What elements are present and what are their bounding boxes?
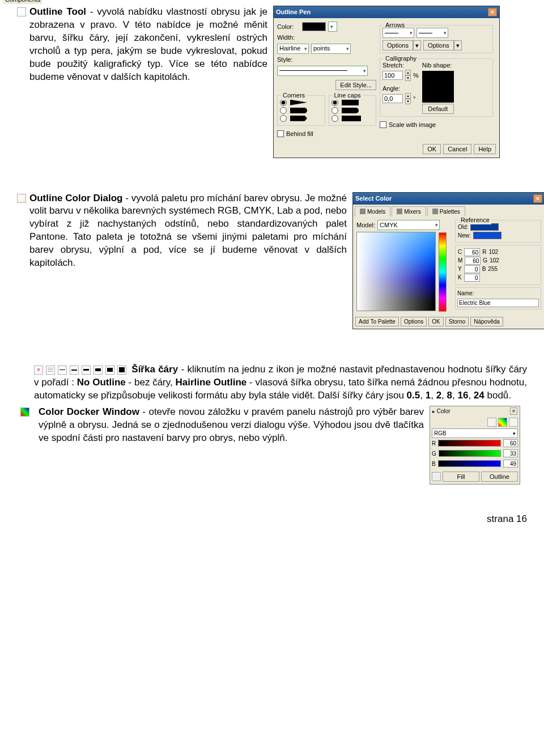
new-label: New: [458,232,471,240]
outline-color-text: Outline Color Dialog - vyvolá paletu pro… [29,192,352,270]
angle-input[interactable]: 0,0 [382,94,403,103]
docker-titlebar[interactable]: ▸ Color × [430,406,520,417]
color-label: Color: [277,23,300,31]
model-dropdown[interactable]: CMYK [377,220,440,230]
m-input[interactable]: 60 [465,257,481,265]
tab-palettes[interactable]: Palettes [427,206,465,217]
tab-mixers[interactable]: Mixers [392,206,426,217]
lock-icon[interactable] [432,472,441,481]
fill-button[interactable]: Fill [443,472,479,482]
k-input[interactable]: 0 [464,274,480,282]
r-slider[interactable] [438,440,501,447]
w1-icon[interactable] [70,366,79,375]
b-value[interactable]: 49 [503,460,518,468]
stretch-input[interactable]: 100 [382,71,403,80]
close-icon[interactable]: × [488,8,497,16]
wheel-view-icon[interactable] [498,418,507,427]
color-dropdown-icon[interactable] [328,22,337,32]
arrow-options-1-button[interactable]: Options [382,40,413,50]
reference-group: Reference Old: New: [455,220,541,243]
w2-icon[interactable] [82,366,91,375]
sliders-view-icon[interactable] [487,418,496,427]
close-icon[interactable]: × [533,194,542,203]
color-docker-text: Color Docker Window - otevře novou zálož… [39,406,424,445]
chevron-down-icon[interactable]: ▾ [413,40,421,50]
help-button[interactable]: Nápověda [470,317,503,326]
cap-radio-1[interactable] [332,99,338,106]
help-button[interactable]: Help [474,144,496,154]
arrow-end-dropdown[interactable] [416,28,448,38]
w05-icon[interactable] [58,366,67,375]
corner-radio-3[interactable] [280,115,287,122]
b-slider[interactable] [438,460,501,467]
corner-radio-1[interactable] [280,99,287,106]
select-color-titlebar[interactable]: Select Color × [353,193,544,205]
old-swatch [470,223,499,231]
width-icons-row: × [34,366,126,375]
corner-radio-2[interactable] [280,107,287,114]
outline-pen-titlebar[interactable]: Outline Pen × [274,6,499,18]
mixers-icon [397,209,402,214]
spin-down-icon[interactable]: ▼ [405,75,411,81]
arrow-options-2-button[interactable]: Options [423,40,454,50]
g-value[interactable]: 33 [503,449,518,457]
outline-button[interactable]: Outline [481,472,518,482]
default-button[interactable]: Default [422,104,454,114]
y-input[interactable]: 0 [464,265,480,273]
spin-up-icon[interactable]: ▲ [405,70,411,75]
width-section: × Šířka čáry - kliknutím na jednu z ikon… [34,363,527,402]
palette-view-icon[interactable] [509,418,518,427]
spin-up-icon[interactable]: ▲ [405,93,411,99]
outline-tool-text: Outline Tool - vyvolá nabídku vlastností… [29,6,273,84]
select-color-title: Select Color [355,194,392,203]
hairline-icon[interactable] [46,366,55,375]
outline-color-body: - vyvolá paletu pro míchání barev obrysu… [29,193,347,269]
w8-icon[interactable] [94,366,103,375]
g-slider[interactable] [439,450,501,457]
no-outline-icon[interactable]: × [34,366,43,375]
cap-radio-2[interactable] [332,107,338,114]
cap-radio-3[interactable] [332,115,338,122]
width-title: Šířka čáry [131,364,178,375]
color-docker-panel: ▸ Color × RGB R60 G33 B49 Fill Outline [430,406,520,485]
add-palette-button[interactable]: Add To Palette [355,317,399,326]
outline-tool-body: - vyvolá nabídku vlastností obrysu jak j… [29,6,267,82]
calligraphy-label: Calligraphy [384,54,418,63]
spin-down-icon[interactable]: ▼ [405,99,411,104]
select-color-dialog: Select Color × Models Mixers Palettes Mo… [352,192,544,330]
color-swatch[interactable] [302,22,326,31]
options-button[interactable]: Options [401,317,427,326]
colormode-dropdown[interactable]: RGB [432,428,518,438]
outline-tool-title: Outline Tool [29,6,86,17]
behind-fill-checkbox[interactable] [277,130,284,137]
r-value[interactable]: 60 [503,439,518,447]
ok-button[interactable]: OK [423,144,441,154]
width-unit-dropdown[interactable]: points [311,44,351,54]
ok-button[interactable]: OK [428,317,443,326]
edit-style-button[interactable]: Edit Style... [335,80,376,90]
cancel-button[interactable]: Cancel [443,144,471,154]
style-dropdown[interactable] [277,66,368,76]
w16-icon[interactable] [105,366,114,375]
palettes-icon [432,209,438,214]
scale-image-checkbox[interactable] [380,121,386,128]
components-group: Components C60 R 102 M60 G 102 Y0 B 255 … [455,245,541,285]
corner-icon-3 [290,116,307,121]
arrow-start-dropdown[interactable] [382,28,414,38]
w24-icon[interactable] [117,366,126,375]
chevron-down-icon[interactable]: ▾ [454,40,462,50]
storno-button[interactable]: Storno [445,317,469,326]
tab-models[interactable]: Models [355,206,390,217]
page-number: strana 16 [17,513,527,526]
close-icon[interactable]: × [510,407,517,415]
name-input[interactable]: Electric Blue [457,299,539,307]
cap-icon-1 [342,100,359,105]
pct-label: % [413,71,419,80]
new-swatch [473,232,502,239]
corner-icon-1 [290,100,307,105]
outline-pen-dialog: Outline Pen × Color: Width: Hairline poi… [273,6,500,158]
color-picker[interactable] [356,232,436,311]
width-value-dropdown[interactable]: Hairline [277,44,309,54]
c-input[interactable]: 60 [464,248,480,256]
hue-slider[interactable] [439,232,447,312]
